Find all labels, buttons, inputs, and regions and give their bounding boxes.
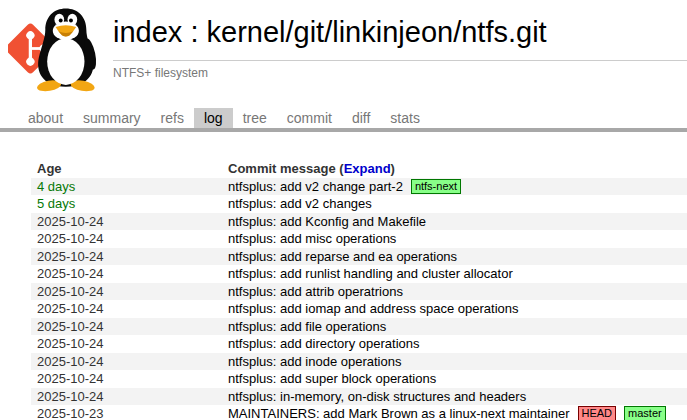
commit-message-cell: ntfsplus: add misc operations bbox=[222, 230, 687, 248]
commit-row: 2025-10-24 ntfsplus: add misc operations bbox=[31, 230, 687, 248]
head-badge[interactable]: HEAD bbox=[578, 406, 617, 420]
commit-message-link[interactable]: ntfsplus: add file operations bbox=[228, 319, 386, 334]
commit-table-body: 4 days ntfsplus: add v2 change part-2ntf… bbox=[31, 178, 687, 420]
commit-age: 2025-10-23 bbox=[31, 405, 222, 420]
commit-message-cell: ntfsplus: add file operations bbox=[222, 318, 687, 336]
commit-message-link[interactable]: ntfsplus: add v2 changes bbox=[228, 196, 372, 211]
commit-message-link[interactable]: ntfsplus: add reparse and ea operations bbox=[228, 249, 457, 264]
commit-message-link[interactable]: ntfsplus: add iomap and address space op… bbox=[228, 301, 519, 316]
commit-row: 2025-10-24 ntfsplus: add Kconfig and Mak… bbox=[31, 213, 687, 231]
commit-age: 2025-10-24 bbox=[31, 335, 222, 353]
commit-row: 2025-10-24 ntfsplus: add attrib operatri… bbox=[31, 283, 687, 301]
commit-age: 2025-10-24 bbox=[31, 230, 222, 248]
commit-message-cell: ntfsplus: add runlist handling and clust… bbox=[222, 265, 687, 283]
tab-stats[interactable]: stats bbox=[380, 108, 430, 128]
tab-summary[interactable]: summary bbox=[73, 108, 151, 128]
commit-message-cell: ntfsplus: in-memory, on-disk structures … bbox=[222, 388, 687, 406]
column-header-message-label: Commit message bbox=[228, 161, 336, 176]
tab-log[interactable]: log bbox=[194, 108, 233, 128]
commit-message-link[interactable]: ntfsplus: add v2 change part-2 bbox=[228, 179, 403, 194]
commit-message-cell: ntfsplus: add inode operations bbox=[222, 353, 687, 371]
commit-age: 2025-10-24 bbox=[31, 370, 222, 388]
commit-age: 2025-10-24 bbox=[31, 353, 222, 371]
commit-row: 4 days ntfsplus: add v2 change part-2ntf… bbox=[31, 178, 687, 196]
commit-row: 2025-10-24 ntfsplus: add iomap and addre… bbox=[31, 300, 687, 318]
commit-message-link[interactable]: ntfsplus: add misc operations bbox=[228, 231, 396, 246]
table-header-row: Age Commit message (Expand) bbox=[31, 160, 687, 178]
commit-message-link[interactable]: ntfsplus: add super block operations bbox=[228, 371, 436, 386]
tab-commit[interactable]: commit bbox=[277, 108, 342, 128]
page-title: index : kernel/git/linkinjeon/ntfs.git bbox=[113, 13, 687, 60]
commit-row: 2025-10-24 ntfsplus: add super block ope… bbox=[31, 370, 687, 388]
column-header-message: Commit message (Expand) bbox=[222, 160, 687, 178]
commit-message-link[interactable]: ntfsplus: add inode operations bbox=[228, 354, 401, 369]
commit-message-link[interactable]: ntfsplus: add directory operations bbox=[228, 336, 420, 351]
commit-message-cell: ntfsplus: add reparse and ea operations bbox=[222, 248, 687, 266]
commit-age: 2025-10-24 bbox=[31, 300, 222, 318]
commit-row: 2025-10-24 ntfsplus: add file operations bbox=[31, 318, 687, 336]
commit-age: 2025-10-24 bbox=[31, 318, 222, 336]
branch-badge[interactable]: ntfs-next bbox=[411, 179, 461, 194]
commit-age: 2025-10-24 bbox=[31, 283, 222, 301]
commit-message-cell: ntfsplus: add attrib operatrions bbox=[222, 283, 687, 301]
commit-message-link[interactable]: ntfsplus: add runlist handling and clust… bbox=[228, 266, 513, 281]
branch-badge[interactable]: master bbox=[624, 406, 666, 420]
tux-git-logo-icon bbox=[8, 5, 105, 92]
commit-age: 2025-10-24 bbox=[31, 248, 222, 266]
commit-message-link[interactable]: ntfsplus: add Kconfig and Makefile bbox=[228, 214, 426, 229]
commit-message-cell: ntfsplus: add Kconfig and Makefile bbox=[222, 213, 687, 231]
commit-message-cell: ntfsplus: add v2 changes bbox=[222, 195, 687, 213]
log-content: Age Commit message (Expand) 4 days ntfsp… bbox=[0, 132, 687, 420]
commit-row: 2025-10-24 ntfsplus: add directory opera… bbox=[31, 335, 687, 353]
commit-age: 2025-10-24 bbox=[31, 213, 222, 231]
tab-diff[interactable]: diff bbox=[342, 108, 380, 128]
commit-age: 2025-10-24 bbox=[31, 265, 222, 283]
commit-age: 4 days bbox=[31, 178, 222, 196]
commit-table: Age Commit message (Expand) 4 days ntfsp… bbox=[31, 160, 687, 420]
expand-link[interactable]: Expand bbox=[344, 161, 391, 176]
tab-tree[interactable]: tree bbox=[233, 108, 277, 128]
commit-row: 2025-10-24 ntfsplus: add inode operation… bbox=[31, 353, 687, 371]
commit-message-link[interactable]: MAINTAINERS: add Mark Brown as a linux-n… bbox=[228, 406, 570, 420]
tux-penguin-icon bbox=[36, 8, 98, 92]
commit-age: 5 days bbox=[31, 195, 222, 213]
column-header-age: Age bbox=[31, 160, 222, 178]
nav-tabs: about summary refs log tree commit diff … bbox=[0, 108, 687, 132]
commit-message-cell: ntfsplus: add directory operations bbox=[222, 335, 687, 353]
commit-row: 2025-10-24 ntfsplus: add reparse and ea … bbox=[31, 248, 687, 266]
commit-row: 2025-10-24 ntfsplus: in-memory, on-disk … bbox=[31, 388, 687, 406]
commit-message-cell: ntfsplus: add iomap and address space op… bbox=[222, 300, 687, 318]
repo-description: NTFS+ filesystem bbox=[113, 60, 687, 86]
commit-row: 2025-10-23 MAINTAINERS: add Mark Brown a… bbox=[31, 405, 687, 420]
commit-message-cell: ntfsplus: add super block operations bbox=[222, 370, 687, 388]
tab-refs[interactable]: refs bbox=[151, 108, 194, 128]
expand-paren-close: ) bbox=[391, 161, 395, 176]
commit-age: 2025-10-24 bbox=[31, 388, 222, 406]
tab-about[interactable]: about bbox=[18, 108, 73, 128]
page-header: index : kernel/git/linkinjeon/ntfs.git N… bbox=[0, 0, 687, 92]
commit-message-link[interactable]: ntfsplus: add attrib operatrions bbox=[228, 284, 403, 299]
commit-message-cell: ntfsplus: add v2 change part-2ntfs-next bbox=[222, 178, 687, 196]
site-logo[interactable] bbox=[8, 5, 105, 92]
commit-row: 5 days ntfsplus: add v2 changes bbox=[31, 195, 687, 213]
commit-message-link[interactable]: ntfsplus: in-memory, on-disk structures … bbox=[228, 389, 526, 404]
commit-row: 2025-10-24 ntfsplus: add runlist handlin… bbox=[31, 265, 687, 283]
commit-message-cell: MAINTAINERS: add Mark Brown as a linux-n… bbox=[222, 405, 687, 420]
